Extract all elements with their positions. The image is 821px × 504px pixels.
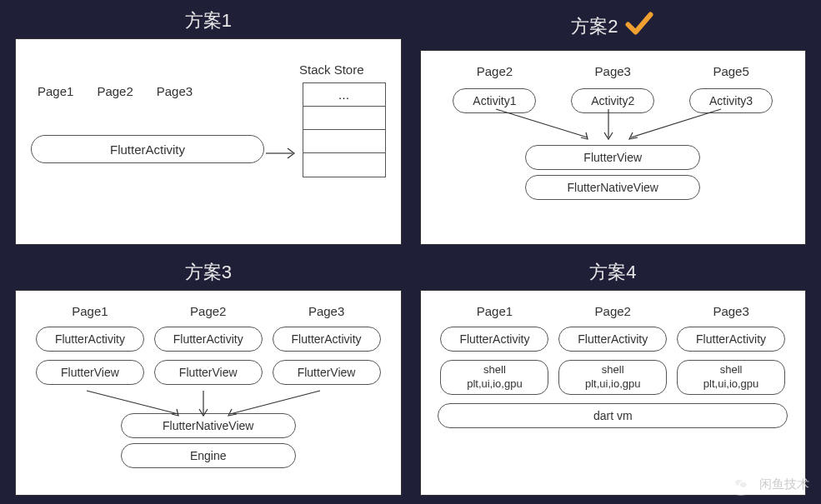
stack-store-label: Stack Store: [299, 62, 364, 77]
shell-box: shell plt,ui,io,gpu: [677, 360, 785, 395]
activity-box: Activity1: [453, 88, 536, 113]
scheme-1-panel: Page1 Page2 Page3 FlutterActivity Stack …: [15, 38, 402, 245]
scheme-2-title: 方案2: [571, 14, 618, 39]
flutter-activity-box: FlutterActivity: [31, 135, 264, 163]
page-label: Page1: [38, 84, 73, 98]
activity-box: Activity2: [571, 88, 654, 113]
scheme-3-title: 方案3: [185, 260, 232, 285]
scheme-4-cell: 方案4 Page1 FlutterActivity shell plt,ui,i…: [420, 260, 807, 497]
stack-store-table: …: [303, 82, 386, 177]
watermark-text: 闲鱼技术: [759, 477, 809, 492]
scheme-2-cell: 方案2 Page2 Activity1 Page3 Activity2 Page…: [420, 8, 807, 245]
flutter-activity-box: FlutterActivity: [36, 327, 144, 352]
scheme-4-title: 方案4: [589, 260, 636, 285]
page-label: Page3: [713, 304, 748, 318]
stack-row: [303, 153, 385, 177]
activity-box: Activity3: [689, 88, 773, 113]
shell-box: shell plt,ui,io,gpu: [440, 360, 548, 395]
stack-row: [303, 107, 385, 130]
page-label: Page3: [157, 84, 193, 98]
shell-box: shell plt,ui,io,gpu: [558, 360, 667, 395]
flutter-activity-box: FlutterActivity: [558, 327, 667, 352]
flutter-view-box: FlutterView: [273, 360, 381, 385]
page-label: Page5: [713, 64, 748, 78]
page-label: Page1: [72, 304, 108, 318]
dart-vm-box: dart vm: [438, 403, 788, 428]
scheme-4-panel: Page1 FlutterActivity shell plt,ui,io,gp…: [420, 290, 807, 497]
svg-line-4: [87, 391, 178, 414]
page-label: Page1: [477, 304, 513, 318]
stack-row: …: [303, 83, 385, 107]
page-label: Page2: [97, 84, 133, 98]
flutter-activity-box: FlutterActivity: [273, 327, 381, 352]
page-label: Page3: [308, 304, 344, 318]
svg-line-6: [230, 391, 320, 414]
flutter-native-view-box: FlutterNativeView: [121, 413, 296, 438]
flutter-activity-box: FlutterActivity: [154, 327, 263, 352]
scheme-1-title: 方案1: [185, 8, 232, 33]
page-label: Page2: [595, 304, 631, 318]
arrow-icon: [266, 146, 299, 161]
scheme-3-cell: 方案3 Page1 FlutterActivity FlutterView Pa…: [15, 260, 402, 497]
flutter-view-box: FlutterView: [525, 145, 700, 170]
flutter-activity-box: FlutterActivity: [440, 327, 548, 352]
watermark: 闲鱼技术: [729, 472, 809, 496]
flutter-activity-box: FlutterActivity: [677, 327, 785, 352]
page-label: Page2: [477, 64, 513, 78]
checkmark-icon: [624, 8, 654, 45]
flutter-native-view-box: FlutterNativeView: [525, 175, 700, 200]
flutter-view-box: FlutterView: [154, 360, 263, 385]
engine-box: Engine: [121, 443, 296, 468]
page-label: Page3: [595, 64, 631, 78]
scheme-1-cell: 方案1 Page1 Page2 Page3 FlutterActivity St…: [15, 8, 402, 245]
page-label: Page2: [190, 304, 226, 318]
scheme-3-panel: Page1 FlutterActivity FlutterView Page2 …: [15, 290, 402, 497]
scheme-2-panel: Page2 Activity1 Page3 Activity2 Page5 Ac…: [420, 50, 807, 245]
wechat-icon: [729, 472, 753, 496]
svg-line-1: [496, 109, 588, 137]
svg-line-3: [631, 109, 721, 137]
flutter-view-box: FlutterView: [36, 360, 144, 385]
stack-row: [303, 130, 385, 153]
